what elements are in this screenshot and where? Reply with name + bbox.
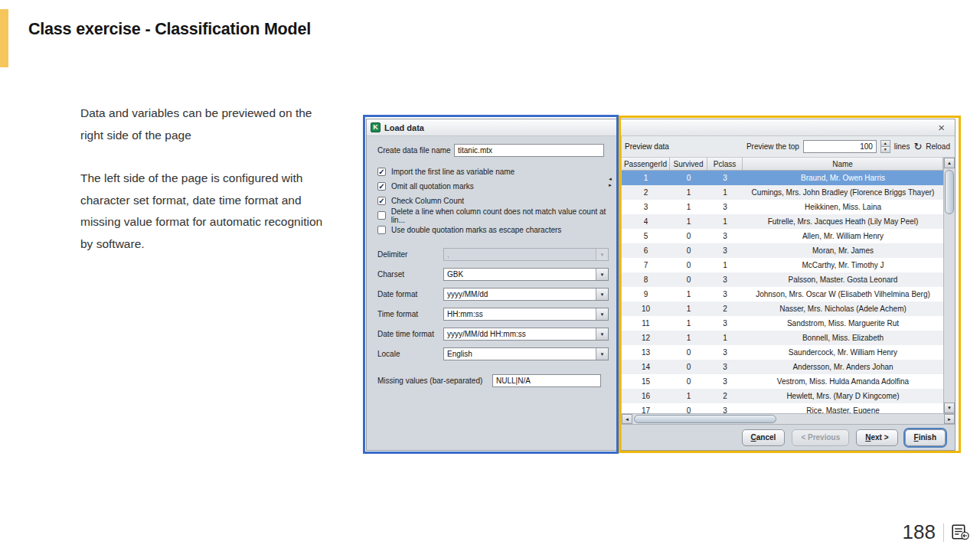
- horizontal-scroll-thumb[interactable]: [634, 415, 776, 423]
- table-cell: 15: [622, 374, 670, 389]
- table-cell: Rice, Master. Eugene: [743, 403, 943, 413]
- reload-icon[interactable]: ↻: [913, 142, 922, 152]
- vertical-scroll-thumb[interactable]: [945, 170, 954, 214]
- table-cell: 1: [707, 214, 743, 229]
- scroll-down-icon[interactable]: ▼: [944, 403, 955, 413]
- checkbox-unchecked-icon[interactable]: [377, 226, 386, 234]
- column-header[interactable]: PassengerId: [622, 158, 670, 170]
- table-cell: 3: [707, 403, 743, 413]
- table-row[interactable]: 603Moran, Mr. James: [622, 243, 943, 258]
- table-cell: 1: [670, 302, 707, 316]
- checkbox-checked-icon[interactable]: ✓: [377, 197, 386, 205]
- table-row[interactable]: 411Futrelle, Mrs. Jacques Heath (Lily Ma…: [622, 214, 943, 229]
- finish-button[interactable]: Finish: [905, 429, 946, 446]
- table-cell: 12: [622, 331, 670, 345]
- table-cell: 2: [707, 389, 743, 403]
- file-name-label: Create data file name: [377, 146, 454, 155]
- dialog-titlebar[interactable]: K Load data ×: [367, 119, 955, 136]
- page-number: 188: [903, 520, 936, 544]
- table-cell: 0: [670, 272, 707, 287]
- next-button[interactable]: Next >: [856, 429, 897, 446]
- chevron-down-icon[interactable]: ▼: [596, 328, 608, 340]
- table-row[interactable]: 313Heikkinen, Miss. Laina: [622, 200, 943, 214]
- table-row[interactable]: 1012Nasser, Mrs. Nicholas (Adele Achem): [622, 302, 943, 316]
- table-cell: Allen, Mr. William Henry: [743, 229, 943, 243]
- table-cell: McCarthy, Mr. Timothy J: [743, 258, 943, 272]
- load-data-dialog: K Load data × Create data file name ✓Imp…: [366, 119, 956, 451]
- chevron-down-icon[interactable]: ▼: [596, 289, 608, 300]
- dropdown-select[interactable]: GBK▼: [443, 268, 609, 281]
- table-body: 103Braund, Mr. Owen Harris211Cumings, Mr…: [622, 171, 943, 413]
- table-cell: Hewlett, Mrs. (Mary D Kingcome): [743, 389, 943, 403]
- collapse-left-icon[interactable]: ◄: [608, 176, 612, 182]
- scroll-right-icon[interactable]: ►: [944, 414, 955, 424]
- table-cell: 1: [622, 171, 670, 185]
- table-cell: 3: [707, 243, 743, 258]
- table-row[interactable]: 1113Sandstrom, Miss. Marguerite Rut: [622, 316, 943, 331]
- cancel-button[interactable]: Cancel: [742, 429, 786, 446]
- chevron-down-icon[interactable]: ▼: [596, 348, 608, 360]
- reload-button[interactable]: Reload: [926, 142, 950, 151]
- file-name-input[interactable]: [454, 144, 604, 157]
- table-row[interactable]: 503Allen, Mr. William Henry: [622, 229, 943, 243]
- lines-spinner[interactable]: ▲ ▼: [880, 140, 890, 153]
- dialog-title: Load data: [384, 123, 424, 132]
- checkbox-row: ✓Import the first line as variable name: [377, 165, 613, 179]
- preview-lines-input[interactable]: [803, 140, 877, 153]
- dropdown-select[interactable]: English▼: [443, 347, 609, 360]
- table-cell: 3: [707, 171, 743, 185]
- body-paragraph: The left side of the page is configured …: [80, 168, 327, 255]
- column-header[interactable]: Survived: [670, 158, 707, 170]
- dropdown-label: Locale: [377, 350, 443, 358]
- chevron-down-icon[interactable]: ▼: [596, 308, 608, 320]
- checkbox-checked-icon[interactable]: ✓: [377, 182, 386, 191]
- table-cell: 1: [707, 331, 743, 345]
- dropdown-row: LocaleEnglish▼: [377, 347, 613, 360]
- table-row[interactable]: 1703Rice, Master. Eugene: [622, 403, 943, 413]
- table-row[interactable]: 913Johnson, Mrs. Oscar W (Elisabeth Vilh…: [622, 287, 943, 302]
- checkbox-list: ✓Import the first line as variable name✓…: [377, 165, 613, 237]
- page-title: Class exercise - Classification Model: [28, 20, 311, 39]
- dropdown-label: Charset: [377, 270, 443, 279]
- table-row[interactable]: 1612Hewlett, Mrs. (Mary D Kingcome): [622, 389, 943, 403]
- preview-data-label: Preview data: [625, 142, 743, 151]
- scroll-up-icon[interactable]: ▲: [944, 158, 955, 168]
- table-row[interactable]: 803Palsson, Master. Gosta Leonard: [622, 272, 943, 287]
- table-row[interactable]: 1303Saundercock, Mr. William Henry: [622, 345, 943, 360]
- checkbox-label: Delete a line when column count does not…: [391, 207, 613, 224]
- dropdown-select[interactable]: yyyy/MM/dd▼: [443, 288, 609, 301]
- table-cell: Heikkinen, Miss. Laina: [743, 200, 943, 214]
- chevron-down-icon[interactable]: ▼: [596, 269, 608, 280]
- checkbox-unchecked-icon[interactable]: [377, 211, 386, 220]
- table-row[interactable]: 1403Andersson, Mr. Anders Johan: [622, 360, 943, 374]
- spinner-up-icon[interactable]: ▲: [880, 140, 890, 147]
- dropdown-select[interactable]: HH:mm:ss▼: [443, 308, 609, 321]
- table-cell: 1: [707, 258, 743, 272]
- return-to-contents-icon[interactable]: [952, 524, 970, 540]
- vertical-scrollbar[interactable]: ▲ ▼: [943, 158, 955, 413]
- spinner-down-icon[interactable]: ▼: [880, 147, 890, 153]
- table-cell: 1: [670, 287, 707, 302]
- table-cell: 3: [707, 345, 743, 360]
- table-cell: 3: [707, 374, 743, 389]
- table-row[interactable]: 701McCarthy, Mr. Timothy J: [622, 258, 943, 272]
- dropdown-select[interactable]: yyyy/MM/dd HH:mm:ss▼: [443, 328, 609, 341]
- table-row[interactable]: 211Cumings, Mrs. John Bradley (Florence …: [622, 185, 943, 200]
- dropdown-value: yyyy/MM/dd HH:mm:ss: [444, 328, 596, 340]
- scroll-left-icon[interactable]: ◄: [622, 414, 632, 424]
- table-cell: 13: [622, 345, 670, 360]
- missing-values-input[interactable]: [492, 374, 601, 387]
- table-cell: 3: [707, 316, 743, 331]
- collapse-right-icon[interactable]: ►: [608, 182, 612, 188]
- close-icon[interactable]: ×: [936, 121, 947, 135]
- table-cell: 5: [622, 229, 670, 243]
- column-header[interactable]: Pclass: [707, 158, 743, 170]
- checkbox-checked-icon[interactable]: ✓: [377, 168, 386, 176]
- table-row[interactable]: 1211Bonnell, Miss. Elizabeth: [622, 331, 943, 345]
- form-scrollbar[interactable]: [617, 320, 619, 367]
- table-row[interactable]: 1503Vestrom, Miss. Hulda Amanda Adolfina: [622, 374, 943, 389]
- horizontal-scrollbar[interactable]: ◄ ►: [622, 413, 955, 424]
- splitter-collapse-icons[interactable]: ◄ ►: [608, 176, 612, 188]
- column-header[interactable]: Name: [743, 158, 943, 170]
- table-row[interactable]: 103Braund, Mr. Owen Harris: [622, 171, 943, 185]
